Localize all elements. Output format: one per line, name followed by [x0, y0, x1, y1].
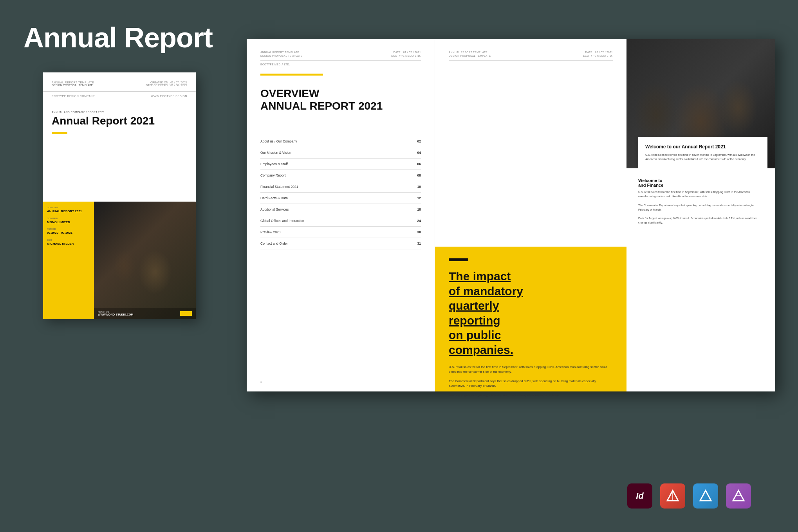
company-label: ECOTYPE DESIGN COMPANY — [52, 95, 95, 97]
content-label: CONTENT — [47, 206, 90, 209]
ceo-label: CEO — [47, 239, 90, 241]
toc-item-number: 04 — [417, 151, 421, 155]
affinity-photo-icon — [726, 483, 751, 509]
middle-top: ANNUAL REPORT TEMPLATE DESIGN PROPOSAL T… — [435, 39, 626, 71]
toc-item-label: Company Report — [260, 173, 285, 177]
booklet-title: Annual Report 2021 — [52, 115, 187, 127]
yellow-accent — [52, 132, 67, 134]
mid-date-text: DATE : 02 / 07 / 2021 — [583, 51, 613, 54]
booklet-bottom: CONTENT ANNUAL REPORT 2021 COMPANY MONO … — [43, 202, 196, 319]
toc-item-number: 31 — [417, 242, 421, 245]
software-icons: Id — [627, 483, 751, 509]
toc-item: Hard Facts & Data 12 — [260, 193, 421, 204]
impact-title: The impactof mandatoryquarterlyreporting… — [449, 269, 613, 357]
mid-company-text: ECOTYPE MEDIA LTD. — [583, 54, 613, 57]
toc-item: Company Report 08 — [260, 170, 421, 181]
booklet-left-header: ANNUAL REPORT TEMPLATE DESIGN PROPOSAL T… — [43, 72, 196, 92]
open-company-text: ECOTYPE MEDIA LTD. — [391, 54, 421, 57]
right-page-photo: Welcome to our Annual Report 2021 U.S. r… — [626, 39, 775, 176]
toc-item: Our Mission & Vision 04 — [260, 147, 421, 159]
right-page-content: Welcome toand Finance U.S. retail sales … — [626, 168, 775, 391]
open-date-text: DATE : 01 / 07 / 2021 — [391, 51, 421, 54]
right-welcome-secondary: Welcome toand Finance — [638, 178, 764, 188]
content-item: CONTENT ANNUAL REPORT 2021 — [47, 206, 90, 213]
affinity-designer-icon — [693, 483, 718, 509]
open-design-label: DESIGN PROPOSAL TEMPLATE — [260, 54, 302, 57]
toc-item: Additional Services 18 — [260, 204, 421, 215]
toc-item-label: Hard Facts & Data — [260, 196, 288, 200]
toc-item-number: 18 — [417, 207, 421, 211]
welcome-body-right: U.S. retail sales fell for the first tim… — [645, 153, 760, 161]
toc-item-number: 06 — [417, 162, 421, 166]
toc-item-number: 12 — [417, 196, 421, 200]
open-page-right: Welcome to our Annual Report 2021 U.S. r… — [626, 39, 775, 391]
open-page-left: ANNUAL REPORT TEMPLATE DESIGN PROPOSAL T… — [247, 39, 435, 391]
created-label: CREATED ON : 01 / 07 / 2021 — [119, 81, 187, 84]
period-label: PERIOD — [47, 228, 90, 230]
yellow-panel: CONTENT ANNUAL REPORT 2021 COMPANY MONO … — [43, 202, 94, 319]
welcome-title-right: Welcome to our Annual Report 2021 — [645, 144, 760, 150]
content-value: ANNUAL REPORT 2021 — [47, 209, 90, 213]
photo-people — [94, 202, 196, 319]
open-page-middle: ANNUAL REPORT TEMPLATE DESIGN PROPOSAL T… — [435, 39, 626, 391]
indesign-icon: Id — [627, 483, 652, 509]
toc-item-number: 30 — [417, 230, 421, 234]
toc-item-number: 10 — [417, 185, 421, 189]
expiry-label: DATE OF EXPIRY : 01 / 06 / 2021 — [119, 84, 187, 87]
period-item: PERIOD 07.2020 - 07.2021 — [47, 228, 90, 235]
toc-item: Preview 2020 30 — [260, 227, 421, 238]
website-label: WWW.ECOTYPE.DESIGN — [151, 95, 187, 97]
middle-yellow-section: The impactof mandatoryquarterlyreporting… — [435, 247, 626, 391]
black-accent-bar — [449, 258, 468, 261]
footer-url: WWW.MONO-STUDIO.COM — [98, 313, 133, 316]
toc-item-label: Employees & Staff — [260, 162, 288, 166]
toc-item-number: 24 — [417, 219, 421, 223]
middle-header: ANNUAL REPORT TEMPLATE DESIGN PROPOSAL T… — [449, 51, 613, 61]
toc-item: Financial Statement 2021 10 — [260, 181, 421, 193]
period-value: 07.2020 - 07.2021 — [47, 231, 90, 235]
svg-marker-2 — [700, 491, 711, 501]
overview-title: OVERVIEWANNUAL REPORT 2021 — [260, 87, 421, 112]
toc-item: Employees & Staff 06 — [260, 159, 421, 170]
toc-item-label: About us / Our Company — [260, 139, 297, 143]
annual-label: ANNUAL AND COMPANY REPORT 2021 — [52, 111, 187, 114]
ceo-item: CEO MICHAEL MILLER — [47, 239, 90, 246]
booklet-footer: REACH US WWW.MONO-STUDIO.COM — [94, 308, 196, 319]
mid-design-label: DESIGN PROPOSAL TEMPLATE — [449, 54, 491, 57]
company-item: COMPANY MONO LIMITED — [47, 217, 90, 224]
toc-item: About us / Our Company 02 — [260, 136, 421, 147]
company-label-panel: COMPANY — [47, 217, 90, 220]
design-label: DESIGN PROPOSAL TEMPLATE — [52, 84, 119, 87]
toc-item-label: Our Mission & Vision — [260, 151, 291, 155]
open-left-header: ANNUAL REPORT TEMPLATE DESIGN PROPOSAL T… — [260, 51, 421, 61]
open-company-text2: ECOTYPE MEDIA LTD. — [260, 63, 290, 66]
toc-item: Contact and Order 31 — [260, 238, 421, 249]
company-value: MONO LIMITED — [47, 220, 90, 224]
toc-yellow-bar — [260, 74, 323, 76]
booklet-sub-header: ECOTYPE DESIGN COMPANY WWW.ECOTYPE.DESIG… — [43, 92, 196, 103]
toc-item-label: Financial Statement 2021 — [260, 185, 298, 189]
mid-template-label: ANNUAL REPORT TEMPLATE — [449, 51, 491, 54]
toc-item-label: Preview 2020 — [260, 230, 281, 234]
template-label: ANNUAL REPORT TEMPLATE — [52, 81, 119, 84]
open-template-label: ANNUAL REPORT TEMPLATE — [260, 51, 302, 54]
booklet-content: ANNUAL AND COMPANY REPORT 2021 Annual Re… — [43, 103, 196, 138]
toc-item-label: Global Offices and Interaction — [260, 219, 304, 223]
toc-list: About us / Our Company 02 Our Mission & … — [260, 136, 421, 249]
footer-yellow-rect — [180, 311, 192, 316]
open-sub-header: ECOTYPE MEDIA LTD. — [260, 63, 421, 66]
booklet-photo: REACH US WWW.MONO-STUDIO.COM — [94, 202, 196, 319]
right-body-secondary: U.S. retail sales fell for the first tim… — [638, 190, 764, 225]
page-number: 2 — [260, 380, 262, 384]
booklet-open: ANNUAL REPORT TEMPLATE DESIGN PROPOSAL T… — [247, 39, 775, 391]
impact-body: U.S. retail sales fell for the first tim… — [449, 365, 613, 398]
toc-item-label: Additional Services — [260, 207, 289, 211]
booklet-left: ANNUAL REPORT TEMPLATE DESIGN PROPOSAL T… — [43, 72, 196, 319]
toc-item: Global Offices and Interaction 24 — [260, 215, 421, 227]
page-title: Annual Report — [23, 22, 213, 54]
ceo-value: MICHAEL MILLER — [47, 242, 90, 246]
toc-item-number: 02 — [417, 139, 421, 143]
toc-item-label: Contact and Order — [260, 242, 288, 245]
toc-item-number: 08 — [417, 173, 421, 177]
affinity-publisher-icon — [660, 483, 685, 509]
